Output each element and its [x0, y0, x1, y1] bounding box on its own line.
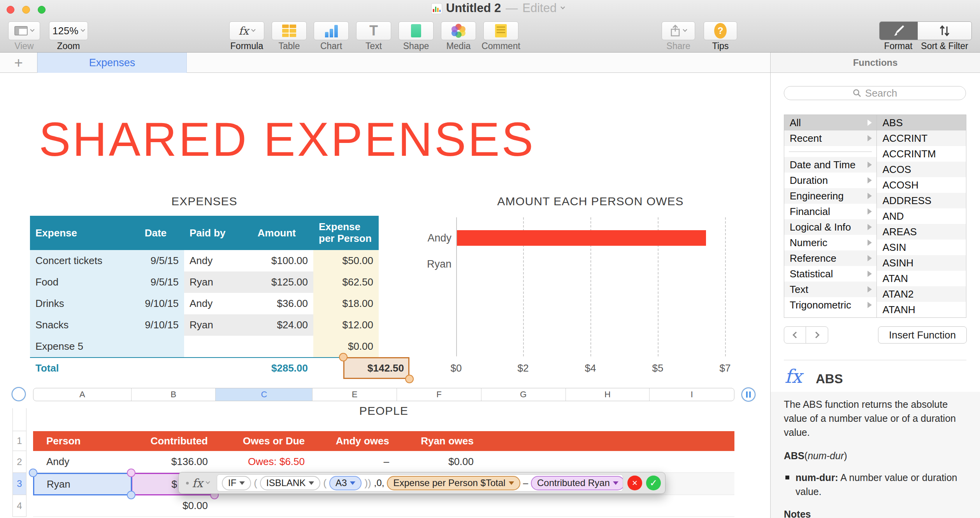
expenses-col-date[interactable]: Date	[136, 216, 184, 250]
category-text[interactable]: Text	[784, 282, 876, 297]
tips-button[interactable]: ?	[704, 21, 737, 40]
cell-date[interactable]: 9/5/15	[136, 250, 184, 271]
cell-owes-or-due[interactable]: Owes: $6.50	[216, 451, 313, 472]
token-isblank[interactable]: ISBLANK	[260, 476, 320, 490]
category-numeric[interactable]: Numeric	[784, 235, 876, 250]
people-col-owes[interactable]: Owes or Due	[216, 431, 313, 451]
row-number-4[interactable]: 4	[12, 495, 26, 517]
column-header-h[interactable]: H	[566, 388, 650, 401]
column-header-b[interactable]: B	[132, 388, 216, 401]
shape-button[interactable]	[399, 21, 434, 40]
cell-person[interactable]: Andy	[33, 451, 131, 472]
cell-date[interactable]	[136, 336, 184, 357]
cell-paidby[interactable]: Ryan	[184, 314, 236, 336]
pause-columns-button[interactable]	[741, 388, 755, 402]
list-item[interactable]: ATAN2	[877, 286, 966, 302]
column-header-i[interactable]: I	[650, 388, 734, 401]
list-item[interactable]: ACCRINT	[877, 130, 966, 146]
insert-function-button[interactable]: Insert Function	[878, 326, 967, 344]
total-amount[interactable]: $285.00	[236, 358, 313, 378]
category-date-time[interactable]: Date and Time	[784, 157, 876, 173]
cell-epp[interactable]: $18.00	[313, 293, 379, 314]
category-engineering[interactable]: Engineering	[784, 188, 876, 204]
formula-editor[interactable]: fx IF ( ISBLANK ( A3 )) ,0, Expense per …	[178, 472, 666, 494]
minimize-window-button[interactable]	[22, 6, 30, 14]
cell-ryan-owes[interactable]: $0.00	[397, 451, 481, 472]
zoom-button[interactable]: 125%	[49, 21, 88, 40]
cell-paidby[interactable]: Andy	[184, 250, 236, 271]
cell-expense[interactable]: Concert tickets	[30, 250, 136, 271]
tab-expenses[interactable]: Expenses	[37, 53, 187, 73]
selection-handle[interactable]	[339, 353, 348, 361]
cell-date[interactable]: 9/5/15	[136, 271, 184, 293]
category-reference[interactable]: Reference	[784, 250, 876, 266]
category-statistical[interactable]: Statistical	[784, 266, 876, 282]
format-button[interactable]	[880, 22, 918, 40]
formula-button[interactable]: fx	[229, 21, 264, 40]
cell-amount[interactable]	[236, 336, 313, 357]
people-col-ryan-owes[interactable]: Ryan owes	[397, 431, 481, 451]
cell-amount[interactable]: $100.00	[236, 250, 313, 271]
row-number-2[interactable]: 2	[12, 451, 26, 473]
column-header-c[interactable]: C	[216, 388, 313, 401]
function-abs[interactable]: ABS	[877, 115, 966, 130]
cell-andy-owes[interactable]: –	[313, 451, 397, 472]
token-contributed-ryan[interactable]: Contributed Ryan	[531, 476, 623, 490]
cell-date[interactable]: 9/10/15	[136, 314, 184, 336]
people-col-person[interactable]: Person	[33, 431, 131, 451]
back-button[interactable]	[784, 327, 806, 343]
close-window-button[interactable]	[7, 6, 14, 14]
title-chevron-down-icon[interactable]	[560, 5, 565, 9]
column-header-e[interactable]: E	[313, 388, 397, 401]
expenses-col-amount[interactable]: Amount	[236, 216, 313, 250]
owes-bar-chart[interactable]: Andy Ryan $0 $2 $4 $5 $7	[419, 210, 746, 374]
list-item[interactable]: ASINH	[877, 255, 966, 271]
list-item[interactable]: ACOS	[877, 162, 966, 177]
formula-input[interactable]: IF ( ISBLANK ( A3 )) ,0, Expense per Per…	[217, 474, 623, 492]
accept-formula-button[interactable]: ✓	[646, 476, 661, 490]
cell-contributed[interactable]: $136.00	[131, 451, 216, 472]
sort-filter-button[interactable]	[918, 22, 971, 40]
selected-cell-a3[interactable]: Ryan	[33, 473, 132, 495]
cell-date[interactable]: 9/10/15	[136, 293, 184, 314]
expenses-col-paidby[interactable]: Paid by	[184, 216, 236, 250]
cell-paidby[interactable]	[184, 336, 236, 357]
view-button[interactable]	[8, 21, 40, 40]
cell-paidby[interactable]: Ryan	[184, 271, 236, 293]
column-header-g[interactable]: G	[481, 388, 566, 401]
cancel-formula-button[interactable]: ×	[627, 476, 642, 490]
selection-handle[interactable]	[405, 375, 414, 383]
cell-contributed[interactable]: $0.00	[131, 495, 216, 516]
selection-handle[interactable]	[127, 469, 135, 477]
media-button[interactable]	[441, 21, 476, 40]
expenses-col-epp[interactable]: Expense per Person	[313, 216, 379, 250]
category-financial[interactable]: Financial	[784, 204, 876, 219]
people-col-contributed[interactable]: Contributed	[131, 431, 216, 451]
share-button[interactable]	[662, 21, 695, 40]
list-item[interactable]: ACCRINTM	[877, 146, 966, 162]
list-item[interactable]: ACOSH	[877, 177, 966, 193]
list-item[interactable]: AND	[877, 208, 966, 224]
cell-amount[interactable]: $36.00	[236, 293, 313, 314]
cell-epp[interactable]: $50.00	[313, 250, 379, 271]
cell-expense[interactable]: Snacks	[30, 314, 136, 336]
cell-expense[interactable]: Expense 5	[30, 336, 136, 357]
cell-expense[interactable]: Food	[30, 271, 136, 293]
forward-button[interactable]	[806, 327, 828, 343]
total-label[interactable]: Total	[30, 358, 136, 378]
row-number-1[interactable]: 1	[12, 431, 26, 451]
category-duration[interactable]: Duration	[784, 173, 876, 188]
list-item[interactable]: ATAN	[877, 271, 966, 286]
search-input[interactable]: Search	[784, 86, 966, 100]
add-sheet-button[interactable]: +	[0, 53, 37, 73]
zoom-window-button[interactable]	[38, 6, 46, 14]
cell-amount[interactable]: $125.00	[236, 271, 313, 293]
column-header-f[interactable]: F	[397, 388, 481, 401]
people-col-andy-owes[interactable]: Andy owes	[313, 431, 397, 451]
chart-bar-andy[interactable]	[457, 230, 706, 246]
token-expense-per-person-total[interactable]: Expense per Person $Total	[387, 476, 520, 490]
category-trigonometric[interactable]: Trigonometric	[784, 297, 876, 313]
cell-epp[interactable]: $62.50	[313, 271, 379, 293]
column-header-a[interactable]: A	[33, 388, 132, 401]
list-item[interactable]: AREAS	[877, 224, 966, 240]
